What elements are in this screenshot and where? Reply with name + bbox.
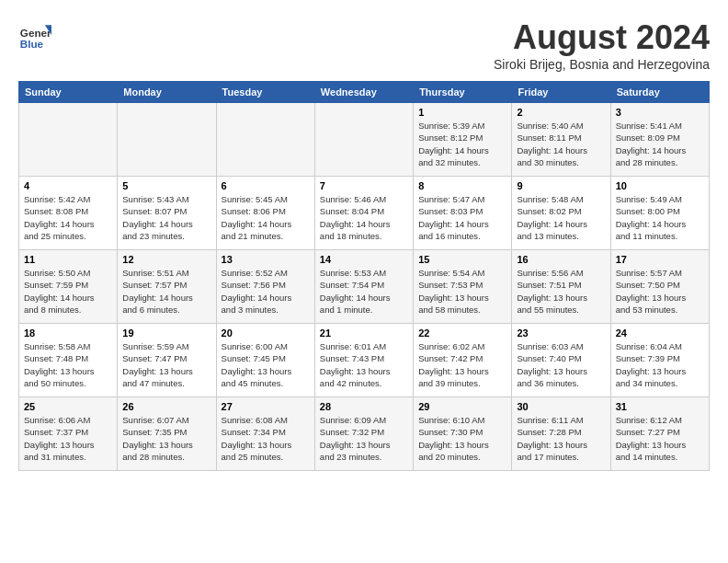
day-info: Sunrise: 5:52 AM Sunset: 7:56 PM Dayligh… xyxy=(222,267,310,316)
day-info: Sunrise: 5:45 AM Sunset: 8:06 PM Dayligh… xyxy=(222,193,310,242)
day-number: 24 xyxy=(616,327,704,339)
day-cell: 9Sunrise: 5:48 AM Sunset: 8:02 PM Daylig… xyxy=(512,177,610,250)
col-header-tuesday: Tuesday xyxy=(216,82,314,103)
day-number: 13 xyxy=(222,254,310,265)
day-number: 29 xyxy=(418,401,506,412)
day-cell xyxy=(19,103,118,177)
day-number: 6 xyxy=(222,180,310,191)
day-number: 22 xyxy=(418,327,506,339)
day-cell: 4Sunrise: 5:42 AM Sunset: 8:08 PM Daylig… xyxy=(19,177,118,250)
day-cell: 20Sunrise: 6:00 AM Sunset: 7:45 PM Dayli… xyxy=(216,324,314,397)
day-info: Sunrise: 5:40 AM Sunset: 8:11 PM Dayligh… xyxy=(517,120,605,168)
col-header-sunday: Sunday xyxy=(19,82,118,103)
day-cell: 3Sunrise: 5:41 AM Sunset: 8:09 PM Daylig… xyxy=(610,103,709,177)
day-cell: 29Sunrise: 6:10 AM Sunset: 7:30 PM Dayli… xyxy=(414,397,512,471)
day-number: 15 xyxy=(418,254,506,265)
day-info: Sunrise: 5:58 AM Sunset: 7:48 PM Dayligh… xyxy=(24,340,112,389)
day-info: Sunrise: 5:50 AM Sunset: 7:59 PM Dayligh… xyxy=(24,267,112,316)
day-cell: 14Sunrise: 5:53 AM Sunset: 7:54 PM Dayli… xyxy=(314,250,413,324)
col-header-wednesday: Wednesday xyxy=(314,82,413,103)
day-number: 26 xyxy=(122,401,210,412)
logo-icon: General Blue xyxy=(18,18,51,52)
day-info: Sunrise: 6:06 AM Sunset: 7:37 PM Dayligh… xyxy=(24,414,112,463)
day-cell: 26Sunrise: 6:07 AM Sunset: 7:35 PM Dayli… xyxy=(118,397,216,471)
day-info: Sunrise: 5:42 AM Sunset: 8:08 PM Dayligh… xyxy=(24,193,112,242)
day-cell: 24Sunrise: 6:04 AM Sunset: 7:39 PM Dayli… xyxy=(610,324,709,397)
col-header-friday: Friday xyxy=(512,82,610,103)
day-number: 1 xyxy=(418,107,506,118)
day-cell: 8Sunrise: 5:47 AM Sunset: 8:03 PM Daylig… xyxy=(414,177,512,250)
day-cell: 31Sunrise: 6:12 AM Sunset: 7:27 PM Dayli… xyxy=(610,397,709,471)
day-info: Sunrise: 5:46 AM Sunset: 8:04 PM Dayligh… xyxy=(320,193,408,242)
day-number: 7 xyxy=(320,180,408,191)
day-cell xyxy=(314,103,413,177)
day-info: Sunrise: 6:09 AM Sunset: 7:32 PM Dayligh… xyxy=(320,414,408,463)
day-info: Sunrise: 6:07 AM Sunset: 7:35 PM Dayligh… xyxy=(122,414,210,463)
day-cell: 28Sunrise: 6:09 AM Sunset: 7:32 PM Dayli… xyxy=(314,397,413,471)
col-header-saturday: Saturday xyxy=(610,82,709,103)
title-block: August 2024 Siroki Brijeg, Bosnia and He… xyxy=(494,18,710,72)
day-number: 25 xyxy=(24,401,112,412)
day-number: 30 xyxy=(517,401,605,412)
day-cell: 1Sunrise: 5:39 AM Sunset: 8:12 PM Daylig… xyxy=(414,103,512,177)
week-row-5: 25Sunrise: 6:06 AM Sunset: 7:37 PM Dayli… xyxy=(19,397,710,471)
svg-text:Blue: Blue xyxy=(20,38,44,50)
day-number: 9 xyxy=(517,180,605,191)
day-number: 18 xyxy=(24,327,112,339)
logo: General Blue xyxy=(18,18,51,52)
day-info: Sunrise: 5:48 AM Sunset: 8:02 PM Dayligh… xyxy=(517,193,605,242)
day-cell xyxy=(118,103,216,177)
header-row: SundayMondayTuesdayWednesdayThursdayFrid… xyxy=(19,82,710,103)
day-number: 19 xyxy=(122,327,210,339)
day-number: 23 xyxy=(517,327,605,339)
day-number: 5 xyxy=(122,180,210,191)
day-info: Sunrise: 5:51 AM Sunset: 7:57 PM Dayligh… xyxy=(122,267,210,316)
day-number: 16 xyxy=(517,254,605,265)
week-row-3: 11Sunrise: 5:50 AM Sunset: 7:59 PM Dayli… xyxy=(19,250,710,324)
day-number: 14 xyxy=(320,254,408,265)
day-info: Sunrise: 6:02 AM Sunset: 7:42 PM Dayligh… xyxy=(418,340,506,389)
day-cell: 6Sunrise: 5:45 AM Sunset: 8:06 PM Daylig… xyxy=(216,177,314,250)
day-info: Sunrise: 6:03 AM Sunset: 7:40 PM Dayligh… xyxy=(517,340,605,389)
day-info: Sunrise: 5:59 AM Sunset: 7:47 PM Dayligh… xyxy=(122,340,210,389)
day-number: 27 xyxy=(222,401,310,412)
day-number: 21 xyxy=(320,327,408,339)
day-info: Sunrise: 5:43 AM Sunset: 8:07 PM Dayligh… xyxy=(122,193,210,242)
day-number: 28 xyxy=(320,401,408,412)
day-info: Sunrise: 6:08 AM Sunset: 7:34 PM Dayligh… xyxy=(222,414,310,463)
day-number: 10 xyxy=(616,180,704,191)
day-cell: 10Sunrise: 5:49 AM Sunset: 8:00 PM Dayli… xyxy=(610,177,709,250)
day-cell: 17Sunrise: 5:57 AM Sunset: 7:50 PM Dayli… xyxy=(610,250,709,324)
day-info: Sunrise: 5:41 AM Sunset: 8:09 PM Dayligh… xyxy=(616,120,704,168)
day-number: 8 xyxy=(418,180,506,191)
day-cell: 18Sunrise: 5:58 AM Sunset: 7:48 PM Dayli… xyxy=(19,324,118,397)
day-info: Sunrise: 6:00 AM Sunset: 7:45 PM Dayligh… xyxy=(222,340,310,389)
day-info: Sunrise: 5:47 AM Sunset: 8:03 PM Dayligh… xyxy=(418,193,506,242)
day-cell: 27Sunrise: 6:08 AM Sunset: 7:34 PM Dayli… xyxy=(216,397,314,471)
day-info: Sunrise: 6:04 AM Sunset: 7:39 PM Dayligh… xyxy=(616,340,704,389)
day-info: Sunrise: 5:49 AM Sunset: 8:00 PM Dayligh… xyxy=(616,193,704,242)
day-info: Sunrise: 6:01 AM Sunset: 7:43 PM Dayligh… xyxy=(320,340,408,389)
day-info: Sunrise: 6:10 AM Sunset: 7:30 PM Dayligh… xyxy=(418,414,506,463)
day-cell xyxy=(216,103,314,177)
day-info: Sunrise: 5:53 AM Sunset: 7:54 PM Dayligh… xyxy=(320,267,408,316)
day-cell: 2Sunrise: 5:40 AM Sunset: 8:11 PM Daylig… xyxy=(512,103,610,177)
col-header-thursday: Thursday xyxy=(414,82,512,103)
day-number: 17 xyxy=(616,254,704,265)
day-cell: 13Sunrise: 5:52 AM Sunset: 7:56 PM Dayli… xyxy=(216,250,314,324)
day-info: Sunrise: 5:56 AM Sunset: 7:51 PM Dayligh… xyxy=(517,267,605,316)
day-number: 2 xyxy=(517,107,605,118)
day-number: 11 xyxy=(24,254,112,265)
day-number: 31 xyxy=(616,401,704,412)
day-cell: 5Sunrise: 5:43 AM Sunset: 8:07 PM Daylig… xyxy=(118,177,216,250)
day-info: Sunrise: 6:11 AM Sunset: 7:28 PM Dayligh… xyxy=(517,414,605,463)
day-cell: 11Sunrise: 5:50 AM Sunset: 7:59 PM Dayli… xyxy=(19,250,118,324)
page-header: General Blue August 2024 Siroki Brijeg, … xyxy=(18,18,710,72)
col-header-monday: Monday xyxy=(118,82,216,103)
week-row-4: 18Sunrise: 5:58 AM Sunset: 7:48 PM Dayli… xyxy=(19,324,710,397)
week-row-2: 4Sunrise: 5:42 AM Sunset: 8:08 PM Daylig… xyxy=(19,177,710,250)
day-cell: 21Sunrise: 6:01 AM Sunset: 7:43 PM Dayli… xyxy=(314,324,413,397)
day-cell: 30Sunrise: 6:11 AM Sunset: 7:28 PM Dayli… xyxy=(512,397,610,471)
day-cell: 7Sunrise: 5:46 AM Sunset: 8:04 PM Daylig… xyxy=(314,177,413,250)
month-year: August 2024 xyxy=(494,18,710,57)
